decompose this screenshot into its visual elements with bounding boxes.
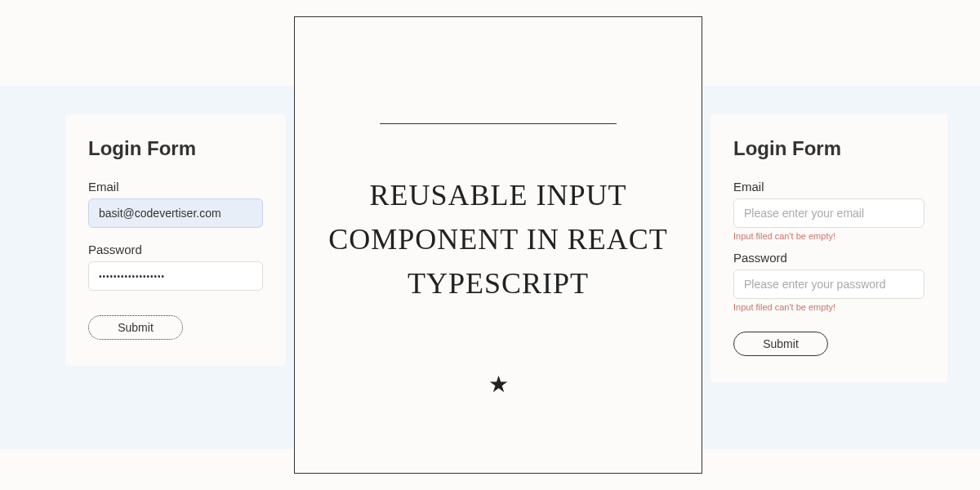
login-form-empty: Login Form Email Input filed can't be em…	[710, 114, 947, 382]
password-field[interactable]	[733, 270, 924, 299]
form-title: Login Form	[88, 137, 263, 160]
email-label: Email	[733, 180, 924, 194]
password-label: Password	[88, 243, 263, 256]
star-icon: ★	[488, 371, 509, 398]
submit-button[interactable]: Submit	[733, 332, 828, 356]
center-title-panel: REUSABLE INPUT COMPONENT IN REACT TYPESC…	[294, 16, 702, 474]
password-error-message: Input filed can't be empty!	[733, 302, 924, 312]
form-title: Login Form	[733, 137, 924, 160]
email-label: Email	[88, 180, 263, 194]
divider-line	[380, 123, 617, 124]
submit-button[interactable]: Submit	[88, 315, 183, 340]
password-field[interactable]	[88, 261, 263, 291]
login-form-filled: Login Form Email Password Submit	[65, 114, 286, 366]
password-label: Password	[733, 251, 924, 265]
email-error-message: Input filed can't be empty!	[733, 231, 924, 241]
email-field[interactable]	[733, 198, 924, 228]
email-field[interactable]	[88, 198, 263, 228]
main-heading: REUSABLE INPUT COMPONENT IN REACT TYPESC…	[327, 173, 669, 305]
